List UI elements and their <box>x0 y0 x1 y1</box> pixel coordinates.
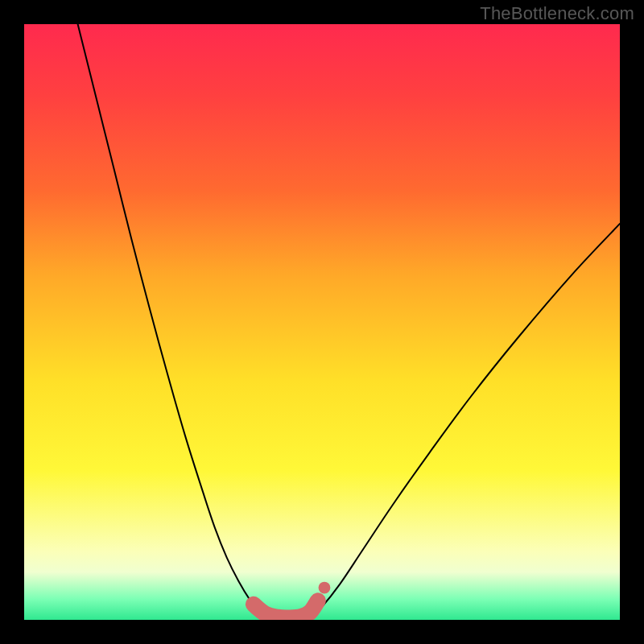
plot-area <box>24 24 620 620</box>
series-curve-left <box>78 24 266 618</box>
marker-end-dot <box>319 582 331 594</box>
watermark-text: TheBottleneck.com <box>480 3 634 24</box>
marker-band <box>254 601 318 617</box>
chart-svg <box>24 24 620 620</box>
chart-stage: TheBottleneck.com <box>0 0 644 644</box>
series-curve-right <box>310 224 620 618</box>
